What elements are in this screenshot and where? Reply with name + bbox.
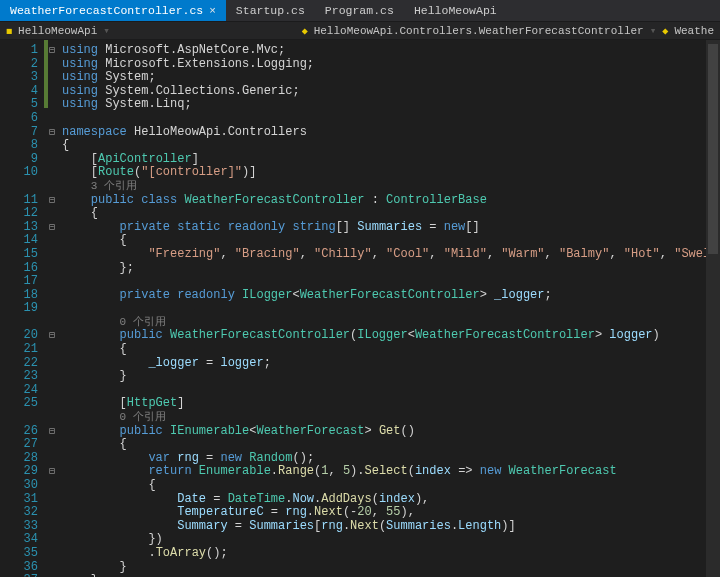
- code-scroll-area[interactable]: using Microsoft.AspNetCore.Mvc;using Mic…: [60, 40, 720, 577]
- code-line[interactable]: };: [62, 262, 720, 276]
- code-line[interactable]: var rng = new Random();: [62, 452, 720, 466]
- code-line[interactable]: public class WeatherForecastController :…: [62, 194, 720, 208]
- code-line[interactable]: }): [62, 533, 720, 547]
- code-line[interactable]: [62, 302, 720, 316]
- code-line[interactable]: Summary = Summaries[rng.Next(Summaries.L…: [62, 520, 720, 534]
- line-number: 31: [0, 493, 38, 507]
- fold-placeholder: [44, 248, 60, 262]
- code-line[interactable]: using System;: [62, 71, 720, 85]
- code-line[interactable]: {: [62, 234, 720, 248]
- line-number: 4: [0, 85, 38, 99]
- fold-collapse-icon[interactable]: ⊟: [44, 194, 60, 208]
- fold-placeholder: [44, 438, 60, 452]
- code-line[interactable]: public IEnumerable<WeatherForecast> Get(…: [62, 425, 720, 439]
- code-line[interactable]: {: [62, 207, 720, 221]
- fold-collapse-icon[interactable]: ⊟: [44, 465, 60, 479]
- code-line[interactable]: return Enumerable.Range(1, 5).Select(ind…: [62, 465, 720, 479]
- line-number: [0, 180, 38, 194]
- code-line[interactable]: }: [62, 561, 720, 575]
- tab-label: HelloMeowApi: [414, 4, 497, 17]
- line-number: 15: [0, 248, 38, 262]
- line-number: 17: [0, 275, 38, 289]
- code-line[interactable]: }: [62, 370, 720, 384]
- breadcrumb-sep-icon: ▾: [103, 24, 110, 37]
- code-line[interactable]: [Route("[controller]")]: [62, 166, 720, 180]
- vertical-scroll-thumb[interactable]: [708, 44, 718, 254]
- fold-placeholder: [44, 275, 60, 289]
- codelens-hint[interactable]: 3 个引用: [62, 180, 720, 194]
- fold-placeholder: [44, 343, 60, 357]
- code-line[interactable]: private static readonly string[] Summari…: [62, 221, 720, 235]
- line-number: 16: [0, 262, 38, 276]
- tab-program-cs[interactable]: Program.cs: [315, 0, 404, 21]
- line-number: 32: [0, 506, 38, 520]
- code-line[interactable]: using System.Linq;: [62, 98, 720, 112]
- code-line[interactable]: _logger = logger;: [62, 357, 720, 371]
- fold-collapse-icon[interactable]: ⊟: [44, 329, 60, 343]
- class-icon: ◆: [302, 25, 308, 37]
- line-number: 29: [0, 465, 38, 479]
- codelens-hint[interactable]: 0 个引用: [62, 411, 720, 425]
- line-number: 19: [0, 302, 38, 316]
- code-line[interactable]: .ToArray();: [62, 547, 720, 561]
- fold-placeholder: [44, 153, 60, 167]
- line-number: 26: [0, 425, 38, 439]
- line-number: 21: [0, 343, 38, 357]
- line-number: 27: [0, 438, 38, 452]
- line-number: 33: [0, 520, 38, 534]
- line-number: 18: [0, 289, 38, 303]
- code-line[interactable]: public WeatherForecastController(ILogger…: [62, 329, 720, 343]
- class-icon: ◆: [662, 25, 668, 37]
- fold-placeholder: [44, 561, 60, 575]
- code-line[interactable]: private readonly ILogger<WeatherForecast…: [62, 289, 720, 303]
- code-line[interactable]: [62, 112, 720, 126]
- line-number: [0, 316, 38, 330]
- breadcrumb-left[interactable]: HelloMeowApi: [18, 25, 97, 37]
- fold-glyph-margin: ⊟⊟⊟⊟⊟⊟⊟: [44, 40, 60, 577]
- tab-startup-cs[interactable]: Startup.cs: [226, 0, 315, 21]
- line-number: 8: [0, 139, 38, 153]
- line-number: 13: [0, 221, 38, 235]
- code-line[interactable]: [62, 275, 720, 289]
- code-line[interactable]: {: [62, 139, 720, 153]
- code-line[interactable]: TemperatureC = rng.Next(-20, 55),: [62, 506, 720, 520]
- code-line[interactable]: using System.Collections.Generic;: [62, 85, 720, 99]
- cs-file-icon: ◼: [6, 25, 12, 37]
- fold-placeholder: [44, 547, 60, 561]
- code-line[interactable]: namespace HelloMeowApi.Controllers: [62, 126, 720, 140]
- fold-collapse-icon[interactable]: ⊟: [44, 221, 60, 235]
- line-number: 5: [0, 98, 38, 112]
- code-content[interactable]: using Microsoft.AspNetCore.Mvc;using Mic…: [60, 44, 720, 577]
- line-number: 14: [0, 234, 38, 248]
- line-number: 23: [0, 370, 38, 384]
- tab-hellomeowapi[interactable]: HelloMeowApi: [404, 0, 507, 21]
- fold-placeholder: [44, 262, 60, 276]
- code-line[interactable]: [HttpGet]: [62, 397, 720, 411]
- code-line[interactable]: {: [62, 479, 720, 493]
- code-line[interactable]: {: [62, 343, 720, 357]
- line-number: 12: [0, 207, 38, 221]
- breadcrumb-right[interactable]: HelloMeowApi.Controllers.WeatherForecast…: [314, 25, 644, 37]
- line-number: 22: [0, 357, 38, 371]
- breadcrumb-far-right[interactable]: Weathe: [674, 25, 714, 37]
- code-line[interactable]: [ApiController]: [62, 153, 720, 167]
- codelens-hint[interactable]: 0 个引用: [62, 316, 720, 330]
- code-line[interactable]: using Microsoft.AspNetCore.Mvc;: [62, 44, 720, 58]
- code-line[interactable]: Date = DateTime.Now.AddDays(index),: [62, 493, 720, 507]
- fold-placeholder: [44, 207, 60, 221]
- fold-placeholder: [44, 316, 60, 330]
- code-line[interactable]: using Microsoft.Extensions.Logging;: [62, 58, 720, 72]
- fold-collapse-icon[interactable]: ⊟: [44, 425, 60, 439]
- fold-collapse-icon[interactable]: ⊟: [44, 126, 60, 140]
- code-editor[interactable]: 1234567891011121314151617181920212223242…: [0, 40, 720, 577]
- code-line[interactable]: {: [62, 438, 720, 452]
- code-line[interactable]: [62, 384, 720, 398]
- close-icon[interactable]: ×: [209, 5, 216, 17]
- fold-placeholder: [44, 493, 60, 507]
- code-line[interactable]: "Freezing", "Bracing", "Chilly", "Cool",…: [62, 248, 720, 262]
- line-number: 9: [0, 153, 38, 167]
- line-number: 7: [0, 126, 38, 140]
- tab-weatherforecastcontroller-cs[interactable]: WeatherForecastController.cs×: [0, 0, 226, 21]
- line-number: 25: [0, 397, 38, 411]
- line-number: 10: [0, 166, 38, 180]
